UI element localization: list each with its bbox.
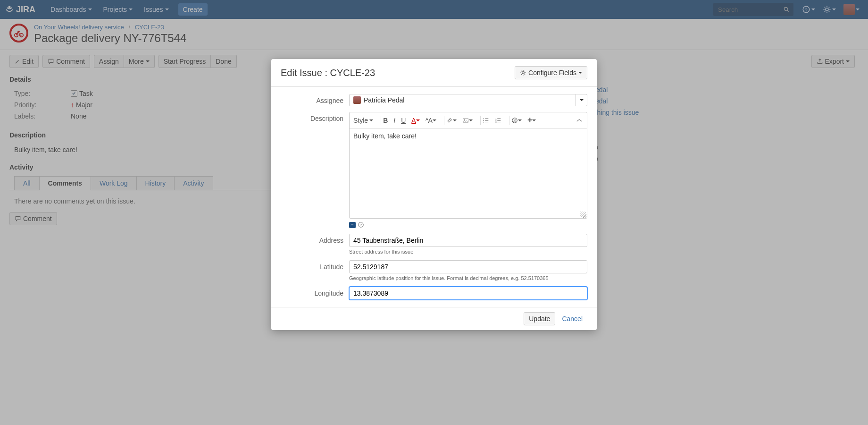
image-icon — [462, 117, 469, 124]
address-input[interactable] — [349, 234, 587, 235]
svg-point-13 — [483, 121, 484, 122]
description-editor: Style B I U A ᴬA 123 — [349, 112, 587, 219]
svg-point-11 — [483, 118, 484, 119]
dialog-body: Assignee Patricia Pedal Description Styl… — [271, 87, 597, 235]
avatar-icon — [353, 96, 361, 104]
link-button[interactable] — [446, 117, 457, 124]
edit-issue-dialog: Edit Issue : CYCLE-23 Configure Fields A… — [271, 59, 597, 235]
assignee-select[interactable]: Patricia Pedal — [349, 94, 587, 106]
caret-down-icon — [416, 119, 420, 121]
style-label: Style — [353, 117, 368, 124]
editor-hints: ≡ ? — [349, 221, 587, 228]
caret-down-icon — [580, 99, 584, 101]
mention-button[interactable] — [511, 117, 522, 124]
collapse-toolbar-button[interactable] — [576, 118, 583, 123]
style-dropdown[interactable]: Style — [353, 117, 373, 124]
insert-more-button[interactable]: + — [527, 115, 536, 125]
image-button[interactable] — [462, 117, 473, 124]
configure-fields-label: Configure Fields — [528, 69, 576, 76]
description-label: Description — [281, 112, 349, 228]
bold-button[interactable]: B — [383, 117, 388, 124]
underline-button[interactable]: U — [401, 117, 406, 124]
assignee-dropdown-toggle[interactable] — [576, 94, 587, 106]
dialog-title: Edit Issue : CYCLE-23 — [281, 68, 375, 78]
number-list-button[interactable]: 123 — [495, 117, 501, 124]
svg-text:3: 3 — [495, 120, 497, 123]
configure-fields-button[interactable]: Configure Fields — [515, 66, 587, 79]
description-textarea[interactable]: Bulky item, take care! — [350, 128, 587, 218]
link-icon — [446, 117, 453, 124]
help-icon[interactable]: ? — [358, 221, 364, 228]
toolbar-sep — [480, 116, 481, 125]
collapse-icon — [576, 118, 583, 123]
editor-toolbar: Style B I U A ᴬA 123 — [350, 112, 587, 128]
caret-down-icon — [469, 119, 473, 121]
gear-icon — [520, 69, 526, 76]
svg-point-10 — [464, 119, 465, 120]
text-color-button[interactable]: A — [411, 117, 419, 124]
modal-overlay[interactable]: Edit Issue : CYCLE-23 Configure Fields A… — [0, 0, 868, 235]
caret-down-icon — [518, 119, 522, 121]
italic-button[interactable]: I — [393, 117, 395, 124]
toolbar-sep — [381, 116, 381, 125]
mention-icon — [511, 117, 518, 124]
svg-text:?: ? — [360, 223, 362, 227]
assignee-value: Patricia Pedal — [364, 96, 404, 104]
assignee-label: Assignee — [281, 94, 349, 106]
svg-point-17 — [512, 118, 517, 123]
bullet-list-icon — [483, 117, 489, 124]
svg-point-12 — [483, 120, 484, 121]
address-label: Address — [281, 234, 349, 235]
wiki-markup-icon[interactable]: ≡ — [349, 222, 356, 228]
resize-handle[interactable] — [580, 212, 586, 217]
toolbar-sep — [509, 116, 509, 125]
caret-down-icon — [433, 119, 436, 121]
caret-down-icon — [532, 119, 536, 121]
caret-down-icon — [578, 72, 582, 74]
toolbar-sep — [444, 116, 444, 125]
clear-format-button[interactable]: ᴬA — [426, 117, 436, 124]
dialog-header: Edit Issue : CYCLE-23 Configure Fields — [271, 59, 597, 87]
caret-down-icon — [453, 119, 457, 121]
number-list-icon: 123 — [495, 117, 501, 124]
bullet-list-button[interactable] — [483, 117, 489, 124]
svg-point-18 — [514, 119, 516, 121]
svg-point-8 — [522, 72, 525, 74]
caret-down-icon — [369, 119, 373, 121]
description-text: Bulky item, take care! — [353, 132, 417, 140]
